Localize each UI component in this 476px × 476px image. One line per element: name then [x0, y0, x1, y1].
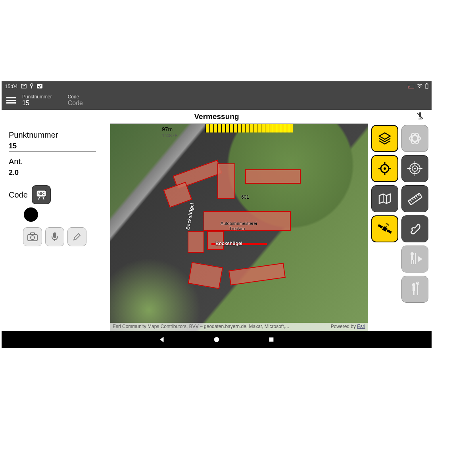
ant-label: Ant. [9, 157, 103, 166]
svg-point-35 [414, 168, 416, 169]
settings-wrench-button[interactable] [401, 215, 428, 242]
cast-icon [408, 84, 414, 88]
svg-rect-1 [31, 86, 32, 88]
map-view[interactable]: 97m 1:4878 601 Autobahnmeisterei Trockau… [110, 123, 368, 331]
svg-rect-52 [413, 286, 415, 291]
key-icon [30, 83, 34, 89]
edit-button[interactable] [67, 227, 86, 246]
toolbar-code-placeholder: Code [68, 100, 83, 107]
wifi-icon [416, 84, 423, 88]
satellite-button[interactable] [371, 215, 398, 242]
svg-rect-48 [411, 260, 412, 264]
punktnummer-input[interactable] [9, 141, 96, 152]
color-picker[interactable] [24, 207, 38, 222]
svg-rect-7 [418, 119, 422, 119]
svg-rect-27 [378, 224, 383, 228]
building-outline [188, 231, 204, 253]
svg-rect-2 [37, 84, 42, 88]
microphone-button[interactable] [45, 227, 64, 246]
svg-line-44 [416, 196, 417, 198]
svg-text:ABC: ABC [38, 192, 45, 196]
map-label-601: 601 [241, 194, 249, 200]
page-title: Vermessung [194, 112, 239, 121]
android-navbar [2, 331, 432, 348]
powered-by: Powered by Esri [331, 324, 365, 330]
esri-link[interactable]: Esri [357, 324, 365, 329]
map-attribution: Esri Community Maps Contributors, BVV – … [110, 323, 368, 331]
building-outline [245, 169, 301, 184]
map-scale-distance: 97m [162, 126, 173, 132]
app-toolbar: Punktnummer 15 Code Code [2, 91, 432, 110]
check-icon [37, 84, 42, 88]
svg-rect-26 [382, 226, 388, 232]
map-label-autobahn: Autobahnmeisterei [221, 221, 257, 226]
tool-palette [368, 123, 432, 331]
gmail-icon [21, 84, 27, 88]
toolbar-code-label: Code [68, 94, 83, 100]
punktnummer-label: Punktnummer [9, 131, 103, 140]
svg-rect-47 [411, 255, 413, 260]
android-statusbar: 15:04 [2, 81, 432, 91]
svg-rect-3 [408, 84, 414, 88]
map-style-button[interactable] [371, 185, 398, 212]
toolbar-punktnummer-value: 15 [22, 100, 52, 107]
svg-rect-14 [31, 233, 35, 235]
crosshair-button[interactable] [401, 155, 428, 182]
code-select-button[interactable]: ABC [32, 185, 51, 204]
svg-rect-53 [413, 291, 414, 295]
svg-point-57 [214, 337, 219, 342]
app-screen: 15:04 Punktnummer [2, 81, 432, 348]
status-time: 15:04 [5, 83, 18, 89]
battery-icon [425, 83, 428, 89]
surveyor-record-button[interactable] [401, 276, 428, 303]
svg-rect-5 [426, 83, 428, 84]
svg-point-15 [31, 236, 35, 240]
svg-line-45 [418, 194, 419, 196]
svg-point-51 [412, 283, 415, 286]
svg-point-19 [384, 167, 386, 170]
ruler-overlay [205, 124, 293, 132]
svg-rect-17 [54, 240, 55, 241]
map-scale-ratio: 1:4878 [162, 132, 178, 138]
svg-rect-16 [53, 232, 56, 238]
building-outline [207, 231, 224, 250]
svg-line-11 [38, 197, 40, 200]
camera-button[interactable] [23, 227, 42, 246]
surveyor-play-button[interactable] [401, 246, 428, 273]
center-target-button[interactable] [371, 155, 398, 182]
left-sidebar: Punktnummer Ant. Code ABC [2, 123, 110, 331]
svg-line-42 [412, 198, 413, 200]
svg-line-29 [386, 226, 387, 227]
svg-line-12 [43, 197, 44, 200]
orbit-button[interactable] [401, 125, 428, 152]
toolbar-punktnummer-field[interactable]: Punktnummer 15 [22, 94, 52, 107]
svg-rect-40 [408, 193, 422, 205]
nav-home-button[interactable] [213, 336, 220, 343]
layers-button[interactable] [371, 125, 398, 152]
main-area: Punktnummer Ant. Code ABC [2, 123, 432, 331]
svg-rect-58 [269, 338, 274, 342]
map-street-label: Bockshügel [215, 241, 242, 246]
svg-point-0 [31, 84, 33, 86]
svg-rect-54 [415, 291, 415, 295]
menu-button[interactable] [6, 97, 16, 104]
map-label-trockau: Trockau [229, 226, 245, 231]
mic-mute-icon[interactable] [416, 111, 424, 120]
ant-input[interactable] [9, 168, 96, 178]
building-outline [217, 163, 235, 199]
toolbar-code-field[interactable]: Code Code [68, 94, 83, 107]
svg-line-41 [410, 200, 411, 202]
svg-point-46 [411, 252, 414, 255]
svg-rect-28 [387, 229, 392, 234]
nav-back-button[interactable] [158, 336, 165, 343]
attribution-text: Esri Community Maps Contributors, BVV – … [113, 324, 289, 330]
page-title-row: Vermessung [2, 110, 432, 123]
ruler-button[interactable] [401, 185, 428, 212]
svg-line-43 [414, 197, 415, 199]
svg-rect-4 [426, 84, 428, 88]
svg-rect-49 [413, 260, 414, 264]
svg-rect-6 [420, 117, 420, 119]
code-label: Code [9, 190, 28, 200]
nav-recents-button[interactable] [268, 336, 275, 343]
toolbar-punktnummer-label: Punktnummer [22, 94, 52, 100]
